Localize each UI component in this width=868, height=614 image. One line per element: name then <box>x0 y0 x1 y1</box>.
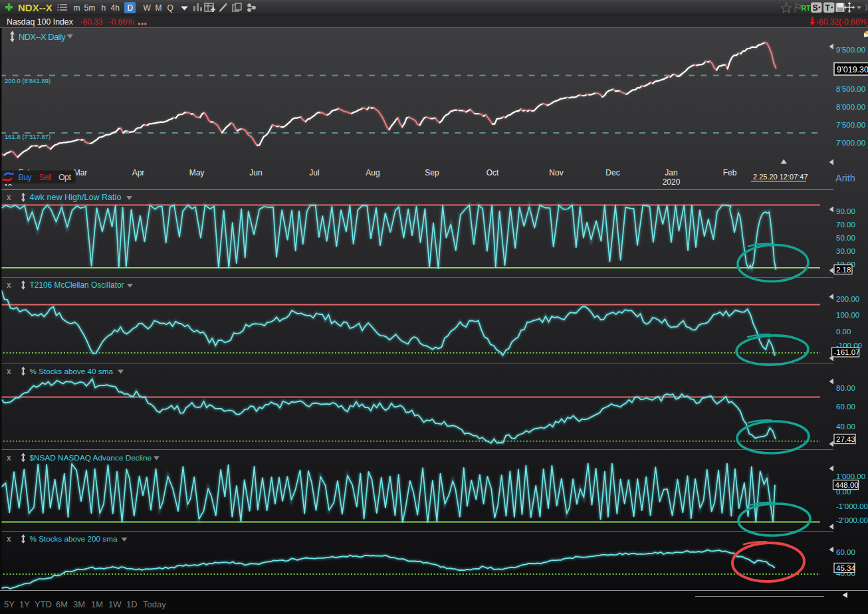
svg-text:h: h <box>102 3 106 13</box>
svg-text:200.0 (8’841.89): 200.0 (8’841.89) <box>5 77 51 84</box>
svg-text:7’000.00: 7’000.00 <box>836 139 865 147</box>
svg-text:-60.32(-0.66%): -60.32(-0.66%) <box>816 17 868 27</box>
svg-text:Buy: Buy <box>19 173 33 182</box>
svg-text:Feb: Feb <box>723 168 737 177</box>
svg-text:x: x <box>7 280 11 290</box>
svg-text:1D: 1D <box>126 599 138 609</box>
svg-text:x: x <box>7 193 11 202</box>
svg-text:7’500.00: 7’500.00 <box>836 121 865 129</box>
svg-text:% Stocks above 40 sma: % Stocks above 40 sma <box>30 367 114 375</box>
svg-text:448.00: 448.00 <box>835 481 859 489</box>
svg-text:Opt: Opt <box>58 173 71 182</box>
svg-text:Jul: Jul <box>309 168 319 177</box>
svg-text:T2106 McClellan Oscillator: T2106 McClellan Oscillator <box>30 280 124 290</box>
svg-text:Dec: Dec <box>605 168 619 177</box>
svg-text:Q: Q <box>167 3 173 13</box>
svg-text:Jun: Jun <box>249 168 262 177</box>
svg-text:27.43: 27.43 <box>836 435 855 443</box>
svg-text:200.00: 200.00 <box>836 295 859 303</box>
svg-text:Mar: Mar <box>74 168 88 177</box>
svg-text:Oct: Oct <box>487 168 499 177</box>
svg-text:70.00: 70.00 <box>836 221 855 229</box>
svg-text:50.00: 50.00 <box>836 234 855 242</box>
svg-text:5Y: 5Y <box>4 599 15 609</box>
svg-text:30.00: 30.00 <box>836 247 855 255</box>
svg-text:-161.07: -161.07 <box>834 348 860 356</box>
svg-text:3M: 3M <box>73 599 85 609</box>
svg-text:9’019.30: 9’019.30 <box>837 65 868 74</box>
svg-text:1’000.00: 1’000.00 <box>836 472 865 480</box>
svg-text:-0.66%: -0.66% <box>109 17 134 27</box>
svg-text:2020: 2020 <box>663 177 681 187</box>
svg-text:1Y: 1Y <box>19 599 30 609</box>
svg-text:m: m <box>74 3 80 13</box>
svg-text:YTD: YTD <box>35 599 52 609</box>
svg-text:60.00: 60.00 <box>836 548 855 556</box>
svg-text:S: S <box>813 3 818 13</box>
svg-text:6M: 6M <box>56 599 68 609</box>
svg-text:4wk new High/Low Ratio: 4wk new High/Low Ratio <box>30 193 122 202</box>
svg-text:-60.33: -60.33 <box>80 17 103 27</box>
svg-text:8’500.00: 8’500.00 <box>836 85 865 93</box>
svg-text:NDX--X Daily: NDX--X Daily <box>19 32 66 42</box>
svg-text:Sell: Sell <box>39 173 51 182</box>
svg-text:Nasdaq 100 Index: Nasdaq 100 Index <box>7 17 74 27</box>
svg-text:80.00: 80.00 <box>836 384 855 392</box>
svg-text:9’500.00: 9’500.00 <box>836 46 865 54</box>
svg-text:4h: 4h <box>111 3 120 13</box>
svg-text:Nov: Nov <box>549 168 563 177</box>
svg-text:90.00: 90.00 <box>836 207 855 215</box>
svg-text:161.8 (7’317.87): 161.8 (7’317.87) <box>5 133 51 140</box>
svg-text:-1’000.00: -1’000.00 <box>836 502 868 510</box>
svg-text:W: W <box>144 3 152 13</box>
svg-text:RT: RT <box>802 4 812 12</box>
svg-text:May: May <box>189 168 205 177</box>
svg-text:100.00: 100.00 <box>836 311 859 319</box>
svg-text:40.00: 40.00 <box>836 423 855 431</box>
svg-text:45.34: 45.34 <box>836 564 855 572</box>
svg-text:1M: 1M <box>91 599 103 609</box>
svg-text:T: T <box>825 3 831 13</box>
svg-text:x: x <box>7 534 11 544</box>
svg-text:x: x <box>7 453 11 462</box>
svg-text:$NSAD NASDAQ Advance Decline: $NSAD NASDAQ Advance Decline <box>30 453 152 462</box>
svg-text:Jan: Jan <box>665 168 677 177</box>
svg-text:2.18: 2.18 <box>836 266 851 274</box>
svg-text:2.25.20 12:07:47: 2.25.20 12:07:47 <box>753 173 808 181</box>
svg-text:8’000.00: 8’000.00 <box>836 103 865 111</box>
svg-text:Apr: Apr <box>132 168 145 177</box>
svg-text:5m: 5m <box>84 3 96 13</box>
svg-text:0.00: 0.00 <box>836 328 851 336</box>
svg-text:1W: 1W <box>108 599 122 609</box>
svg-text:NDX--X: NDX--X <box>18 2 53 13</box>
svg-text:Aug: Aug <box>366 168 380 177</box>
svg-text:x: x <box>7 367 11 376</box>
svg-text:Sep: Sep <box>425 168 439 177</box>
svg-text:D: D <box>128 3 134 13</box>
svg-text:Arith: Arith <box>835 173 855 183</box>
svg-text:M: M <box>156 3 162 13</box>
svg-text:-2’000.00: -2’000.00 <box>836 516 868 524</box>
svg-text:Today: Today <box>143 599 166 609</box>
svg-text:% Stocks above 200 sma: % Stocks above 200 sma <box>30 534 118 543</box>
svg-text:60.00: 60.00 <box>836 403 855 411</box>
